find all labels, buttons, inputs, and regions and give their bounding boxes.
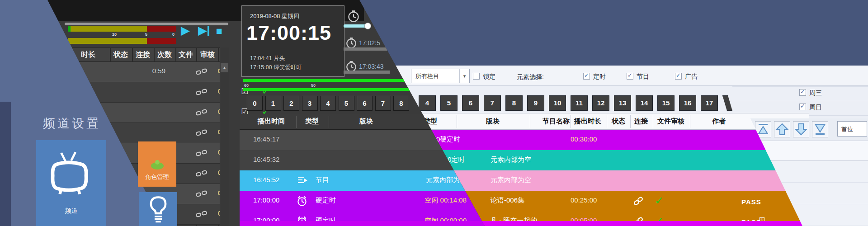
file-table-header: 时长 状态 连接 次数 文件 审核: [59, 47, 220, 62]
play-button[interactable]: ▶: [181, 24, 190, 36]
col-status: 状态: [612, 117, 625, 126]
broken-link-icon: [196, 149, 208, 158]
air-time-cell: 17:00:00: [253, 196, 279, 204]
move-up-button[interactable]: [774, 121, 790, 137]
broken-link-icon: [196, 210, 208, 219]
lock-checkbox[interactable]: [473, 73, 480, 80]
col-duration: 时长: [81, 50, 95, 60]
divider: [571, 115, 571, 128]
role-icon: [150, 160, 165, 170]
hour-button-7[interactable]: 7: [484, 95, 501, 111]
col-author: 作者: [712, 117, 726, 126]
hour-button-14[interactable]: 14: [636, 95, 653, 111]
broken-link-icon: [196, 88, 208, 97]
divider: [630, 115, 631, 128]
role-tile-label: 角色管理: [146, 173, 169, 181]
move-down-button[interactable]: [793, 121, 809, 137]
wednesday-label: 周三: [809, 89, 822, 97]
divider: [690, 115, 690, 128]
timer-3-value: 17:03:43: [359, 63, 384, 70]
type-cell: 硬定时: [316, 196, 336, 205]
hour-button-17[interactable]: 17: [701, 95, 718, 111]
vu-label-10: 10: [112, 32, 117, 37]
hour-button-4[interactable]: 4: [419, 95, 436, 111]
program-label: 节目: [637, 73, 649, 81]
broken-link-icon: [196, 67, 208, 78]
stop-button[interactable]: ■: [216, 25, 222, 37]
hour-button-8[interactable]: 8: [505, 95, 523, 111]
hour-button-4[interactable]: 4: [320, 96, 336, 111]
hour-button-15[interactable]: 15: [657, 95, 675, 111]
col-name: 节目名称: [542, 117, 570, 126]
link-icon: [633, 196, 644, 208]
dropdown-value: 所有栏目: [415, 72, 439, 80]
hour-button-2[interactable]: 2: [283, 96, 299, 111]
hour-button-11[interactable]: 11: [571, 95, 588, 111]
tv-icon: [50, 151, 93, 201]
role-management-tile[interactable]: 角色管理: [138, 141, 176, 187]
channel-tile[interactable]: 频道: [36, 140, 106, 226]
broken-link-icon: [196, 169, 208, 178]
hour-button-13[interactable]: 13: [614, 95, 631, 111]
ad-label: 广告: [685, 73, 698, 81]
scrollbar[interactable]: [220, 47, 229, 226]
divider: [653, 115, 653, 128]
hour-button-6[interactable]: 6: [357, 96, 373, 111]
hour-button-10[interactable]: 10: [549, 95, 566, 111]
channel-tile-label: 频道: [65, 207, 78, 215]
hour-button-1[interactable]: 1: [265, 96, 281, 111]
hour-button-5[interactable]: 5: [339, 96, 354, 111]
upnext-2: 17:15:00 谭笑爱叮叮: [250, 64, 302, 71]
timer-3-progress: [344, 71, 390, 74]
hour-button-3[interactable]: 3: [302, 96, 318, 111]
scroll-bottom-button[interactable]: [812, 121, 828, 137]
hour-button-16[interactable]: 16: [679, 95, 696, 111]
status-cell: 元素内部为空: [389, 176, 467, 184]
vu-label-5: 5: [145, 32, 147, 37]
hour-button-8[interactable]: 8: [393, 96, 409, 111]
column-filter-dropdown[interactable]: 所有栏目 ▾: [411, 69, 470, 83]
divider: [296, 116, 297, 128]
wednesday-checkbox[interactable]: [799, 89, 806, 96]
air-time-cell: 16:45:32: [253, 155, 279, 163]
duration-cell: 00:30:00: [571, 135, 597, 143]
timed-checkbox[interactable]: [583, 73, 590, 80]
chevron-down-icon[interactable]: ▾: [459, 69, 469, 83]
duration-cell: 00:25:00: [571, 196, 597, 204]
skip-next-button[interactable]: ▶: [198, 24, 209, 36]
hour-button-5[interactable]: 5: [440, 95, 458, 111]
sunday-checkbox[interactable]: [799, 104, 806, 110]
air-time-cell: 16:45:17: [253, 135, 279, 143]
program-name-cell: 元素内部为空: [491, 176, 531, 184]
hour-button-6[interactable]: 6: [462, 95, 479, 111]
clock-time: 17:00:15: [246, 21, 331, 45]
timed-label: 定时: [593, 73, 606, 81]
divider: [732, 86, 868, 87]
packaging-tile[interactable]: [139, 192, 177, 226]
hour-button-7[interactable]: 7: [375, 96, 391, 111]
playlist-row[interactable]: 17:00:00 硬定时 空闲 00:14:08: [240, 191, 497, 211]
broken-link-icon: [196, 189, 208, 200]
broadcast-playout-screen: 所有栏目 ▾ 锁定 元素选择: 定时 节目 广告 周三 周日 456789101…: [0, 0, 868, 226]
hour-button-9[interactable]: 9: [527, 95, 544, 111]
vu-meter-bottom: [68, 38, 147, 44]
stopwatch-icon: [347, 10, 360, 23]
status-cell: 空闲 00:14:08: [389, 196, 467, 205]
air-time-cell: 16:45:52: [253, 176, 279, 184]
ad-checkbox[interactable]: [675, 73, 682, 80]
left-edge-strip: [0, 102, 11, 226]
alarm-icon: [296, 195, 308, 209]
first-position-field[interactable]: 首位: [837, 121, 867, 137]
hour-button-0[interactable]: 0: [247, 96, 263, 111]
timer-2-progress: [344, 47, 387, 51]
master-clock-panel: 2019-08-08 星期四 17:00:15 17:04:41 片头 17:1…: [241, 5, 344, 77]
col-link: 连接: [634, 117, 648, 126]
playlist-row[interactable]: 【0硬定时 00:30:00: [384, 130, 809, 150]
divider: [732, 101, 868, 101]
timer-slider-knob[interactable]: [364, 23, 371, 29]
program-checkbox[interactable]: [627, 73, 633, 80]
scroll-up-button[interactable]: ▲: [221, 63, 228, 72]
broken-link-icon: [196, 169, 208, 180]
next-row-strip: [240, 221, 497, 226]
hour-button-12[interactable]: 12: [592, 95, 609, 111]
